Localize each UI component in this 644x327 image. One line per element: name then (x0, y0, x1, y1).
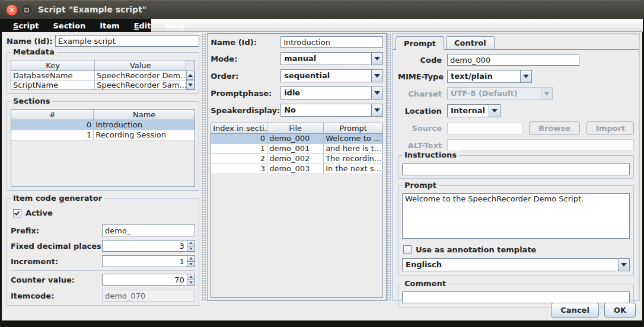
restore-button[interactable] (21, 4, 33, 16)
sections-table-header[interactable]: # Name (11, 110, 195, 120)
source-field (447, 123, 522, 134)
chevron-down-icon (374, 57, 380, 60)
chevron-down-icon (492, 109, 498, 113)
script-name-field[interactable] (55, 35, 199, 47)
mime-type-combobox[interactable]: text/plain (447, 70, 532, 83)
alt-text-field (447, 139, 634, 151)
restore-icon (24, 8, 29, 12)
items-table: Index in secti... File Prompt 0 demo_000… (211, 123, 383, 298)
item-row[interactable]: 3 demo_003 In the next s... (211, 164, 382, 174)
metadata-group: Metadata Key Value DatabaseName Speech (7, 52, 199, 94)
script-name-label: Name (Id): (7, 37, 55, 46)
arrow-up-icon (188, 74, 193, 77)
instructions-field[interactable] (402, 164, 630, 175)
combo-arrow-button[interactable] (489, 105, 500, 117)
menu-script[interactable]: Script (6, 21, 46, 30)
location-label: Location (398, 107, 442, 116)
combo-arrow-button[interactable] (371, 53, 382, 65)
metadata-table-header[interactable]: Key Value (11, 60, 186, 71)
section-row-selected[interactable]: 0 Introduction (11, 120, 195, 130)
promptphase-combobox[interactable]: idle (280, 86, 383, 100)
prefix-field[interactable] (102, 225, 195, 236)
menu-item[interactable]: Item (93, 21, 126, 30)
charset-combobox: UTF-8 (Default) (447, 87, 553, 100)
scroll-up-button[interactable] (186, 70, 195, 80)
spinner-up-button[interactable] (187, 240, 195, 246)
metadata-col-value[interactable]: Value (95, 60, 186, 70)
metadata-row[interactable]: DatabaseName SpeechRecorder Dem... (11, 71, 186, 81)
speakerdisplay-combobox[interactable]: No (280, 104, 383, 117)
sections-col-num[interactable]: # (11, 110, 94, 120)
splitpane-divider[interactable] (202, 33, 207, 301)
spinner-up-icon (189, 242, 193, 244)
fixed-decimal-spinner (102, 240, 195, 252)
mode-combobox[interactable]: manual (280, 52, 383, 65)
splitpane-divider[interactable] (387, 33, 392, 301)
annotation-template-checkbox[interactable] (403, 245, 412, 254)
location-combobox[interactable]: Internal (447, 104, 500, 117)
menubar: Script Section Item Edit Help (1, 19, 643, 32)
combo-arrow-button[interactable] (371, 104, 382, 116)
spinner-down-button[interactable] (187, 246, 195, 252)
items-col-file[interactable]: File (267, 123, 324, 133)
chevron-down-icon (374, 91, 380, 95)
sections-group: Sections # Name 0 Introduction 1 Recordi (7, 101, 199, 191)
items-col-index[interactable]: Index in secti... (211, 123, 267, 133)
increment-label: Increment: (11, 257, 102, 266)
metadata-row[interactable]: ScriptName SpeechRecorder Sam... (11, 81, 186, 90)
cancel-button[interactable]: Cancel (551, 303, 599, 318)
tab-control[interactable]: Control (446, 36, 495, 49)
spinner-down-button[interactable] (187, 280, 195, 286)
metadata-scrollbar[interactable] (186, 60, 195, 90)
prompt-group-title: Prompt (402, 181, 439, 190)
language-combobox[interactable]: Englisch (402, 258, 630, 271)
items-col-prompt[interactable]: Prompt (324, 123, 382, 133)
counter-value-label: Counter value: (11, 275, 102, 284)
scroll-down-button[interactable] (186, 80, 195, 89)
close-button[interactable]: ✕ (6, 4, 18, 16)
combo-arrow-button[interactable] (618, 259, 629, 271)
increment-field[interactable] (102, 255, 187, 267)
prompt-textarea[interactable]: Welcome to the SpeechRecorder Demo Scrip… (402, 193, 630, 239)
promptphase-label: Promptphase: (211, 89, 280, 98)
close-icon: ✕ (9, 7, 14, 14)
metadata-col-key[interactable]: Key (11, 60, 95, 70)
spinner-down-button[interactable] (187, 262, 195, 268)
source-label: Source (398, 124, 442, 133)
item-row-selected[interactable]: 0 demo_000 Welcome to ... (211, 134, 382, 144)
sections-table: # Name 0 Introduction 1 Recording Sessio… (11, 109, 195, 187)
section-name-field[interactable] (280, 36, 383, 48)
counter-value-field[interactable] (102, 274, 187, 286)
menu-section[interactable]: Section (46, 21, 93, 30)
tab-prompt[interactable]: Prompt (396, 36, 444, 50)
increment-spinner (102, 255, 195, 267)
ok-button[interactable]: OK (604, 303, 636, 318)
item-row[interactable]: 1 demo_001 and here is t... (211, 144, 382, 154)
section-row[interactable]: 1 Recording Session (11, 130, 195, 140)
combo-arrow-button (541, 88, 552, 100)
comment-field[interactable] (402, 291, 630, 303)
spinner-up-button[interactable] (187, 274, 195, 280)
items-table-header[interactable]: Index in secti... File Prompt (211, 123, 382, 134)
code-field[interactable] (447, 54, 579, 66)
browse-button: Browse (529, 121, 580, 135)
menu-help[interactable]: Help (158, 21, 192, 30)
fixed-decimal-field[interactable] (102, 240, 187, 252)
order-combobox[interactable]: sequential (280, 69, 383, 82)
item-row[interactable]: 2 demo_002 The recordin... (211, 154, 382, 164)
comment-group-title: Comment (402, 279, 448, 288)
combo-arrow-button[interactable] (371, 70, 382, 82)
sections-col-name[interactable]: Name (94, 110, 195, 120)
active-label: Active (25, 209, 53, 217)
check-icon (14, 210, 20, 215)
combo-arrow-button[interactable] (520, 70, 531, 82)
combo-arrow-button[interactable] (371, 87, 382, 99)
instructions-group-title: Instructions (402, 150, 459, 159)
spinner-up-button[interactable] (187, 255, 195, 262)
item-panel: Prompt Control Code MIME-Type text/plain (392, 33, 640, 301)
separator (11, 270, 195, 271)
annotation-checkbox-row: Use as annotation template (403, 245, 630, 254)
active-checkbox[interactable] (13, 209, 21, 217)
menu-edit[interactable]: Edit (127, 21, 158, 30)
chevron-down-icon (374, 74, 380, 78)
